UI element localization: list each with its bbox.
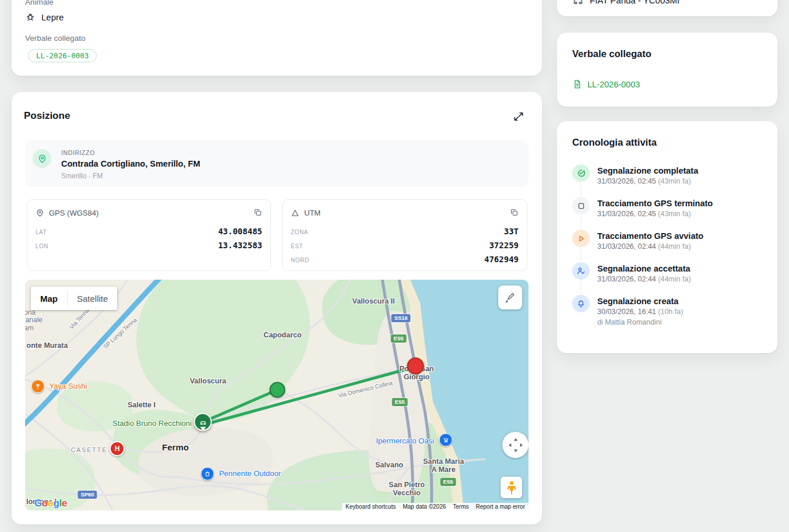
timeline-item: Tracciamento GPS terminato 31/03/2026, 0… xyxy=(572,197,766,219)
animal-icon xyxy=(25,12,36,22)
expand-icon[interactable] xyxy=(513,111,524,122)
pan-control[interactable] xyxy=(502,432,529,458)
timeline-item: Segnalazione creata 30/03/2026, 16:41 (1… xyxy=(572,295,766,327)
gps-lon-value: 13.432583 xyxy=(218,241,262,250)
utm-box: UTM ZONA 33T EST 372259 NORD 4762949 xyxy=(282,199,527,271)
address-box: INDIRIZZO Contrada Cortigliano, Smerillo… xyxy=(25,140,529,187)
copy-icon[interactable] xyxy=(509,207,520,218)
google-logo[interactable]: Google xyxy=(34,498,67,509)
shopping-cart-poi-icon[interactable] xyxy=(439,434,453,447)
timeline-item-author: di Mattia Romandini xyxy=(597,317,683,327)
address-value: Contrada Cortigliano, Smerillo, FM xyxy=(61,159,200,168)
gps-label: GPS (WGS84) xyxy=(49,209,98,217)
verbale-field-label: Verbale collegato xyxy=(25,34,86,43)
timeline-item-time: 31/03/2026, 02:45 xyxy=(597,210,656,218)
timeline-item-ago: (44min fa) xyxy=(658,275,691,283)
copy-icon[interactable] xyxy=(253,207,263,218)
utm-nord-value: 4762949 xyxy=(484,255,519,264)
gps-pin-icon xyxy=(36,209,44,217)
car-icon xyxy=(572,0,584,6)
utm-label: UTM xyxy=(304,209,320,217)
gps-box: GPS (WGS84) LAT 43.008485 LON 13.432583 xyxy=(27,199,271,271)
user-check-icon xyxy=(572,262,590,280)
address-label: INDIRIZZO xyxy=(61,149,95,156)
route-shield-e55: E55 xyxy=(392,398,408,406)
map-type-satellite-button[interactable]: Satellite xyxy=(68,287,117,310)
animal-value-row: Lepre xyxy=(25,12,64,22)
gps-lat-key: LAT xyxy=(36,229,47,235)
check-circle-icon xyxy=(572,164,590,182)
timeline-item-ago: (43min fa) xyxy=(658,210,691,218)
hospital-marker[interactable]: H xyxy=(110,441,125,456)
gps-lon-row: LON 13.432583 xyxy=(36,241,262,250)
gps-route-polyline xyxy=(203,367,414,425)
timeline-item-title: Tracciamento GPS avviato xyxy=(597,231,703,241)
address-pin-icon xyxy=(33,149,51,168)
utm-est-key: EST xyxy=(291,243,303,249)
map-attribution-bar: Keyboard shortcuts Map data ©2026 Terms … xyxy=(342,503,529,510)
report-map-error-link[interactable]: Report a map error xyxy=(473,503,529,510)
timeline-item-time: 31/03/2026, 02:44 xyxy=(597,242,656,251)
utm-triangle-icon xyxy=(291,209,300,217)
gps-lat-row: LAT 43.008485 xyxy=(36,227,262,236)
utm-zona-value: 33T xyxy=(504,227,519,236)
stop-square-icon xyxy=(572,197,590,214)
timeline-item-title: Segnalazione completata xyxy=(597,165,698,176)
document-icon xyxy=(572,79,582,89)
gps-lat-value: 43.008485 xyxy=(218,227,262,236)
vehicle-label: FIAT Panda - YC003MI xyxy=(590,0,679,5)
animal-card: Animale Lepre Verbale collegato LL-2026-… xyxy=(12,0,542,76)
verbale-link-label: LL-2026-0003 xyxy=(587,80,640,89)
timeline-item: Tracciamento GPS avviato 31/03/2026, 02:… xyxy=(572,230,766,252)
posizione-title: Posizione xyxy=(24,110,70,122)
timeline-item-time: 31/03/2026, 02:45 xyxy=(597,177,656,185)
map-type-control: Map Satellite xyxy=(31,287,117,310)
route-shield-sp60: SP60 xyxy=(78,491,97,499)
bell-icon xyxy=(572,295,590,312)
terms-link[interactable]: Terms xyxy=(449,503,472,510)
timeline-item-ago: (43min fa) xyxy=(658,177,691,185)
route-shield-ss16: SS16 xyxy=(391,314,410,322)
timeline-item-time: 31/03/2026, 02:44 xyxy=(597,275,656,283)
destination-marker[interactable] xyxy=(407,358,424,375)
gps-point-marker[interactable] xyxy=(270,382,286,398)
address-sub: Smerillo · FM xyxy=(61,172,103,180)
map-data-text: Map data ©2026 xyxy=(399,503,449,510)
verbale-badge[interactable]: LL-2026-0003 xyxy=(28,49,97,62)
animal-name: Lepre xyxy=(41,12,64,22)
activity-timeline: Segnalazione completata 31/03/2026, 02:4… xyxy=(572,164,766,338)
utm-zona-key: ZONA xyxy=(291,229,308,235)
timeline-item: Segnalazione accettata 31/03/2026, 02:44… xyxy=(572,262,766,284)
timeline-item-title: Segnalazione accettata xyxy=(597,263,691,274)
keyboard-shortcuts-link[interactable]: Keyboard shortcuts xyxy=(342,503,399,510)
utm-est-row: EST 372259 xyxy=(291,241,519,250)
verbale-card: Verbale collegato LL-2026-0003 xyxy=(557,33,777,107)
shopping-bag-poi-icon[interactable] xyxy=(201,467,214,481)
timeline-item-ago: (44min fa) xyxy=(658,242,691,251)
posizione-card: Posizione INDIRIZZO Contrada Cortigliano… xyxy=(12,92,542,524)
utm-nord-row: NORD 4762949 xyxy=(291,255,519,264)
route-shield-e55: E55 xyxy=(441,478,456,486)
timeline-item-time: 30/03/2026, 16:41 xyxy=(597,308,656,316)
verbale-link[interactable]: LL-2026-0003 xyxy=(572,79,640,89)
timeline-item-title: Tracciamento GPS terminato xyxy=(597,198,713,209)
gps-lon-key: LON xyxy=(36,243,48,249)
map-type-map-button[interactable]: Map xyxy=(31,287,67,310)
route-shield-e55: E55 xyxy=(391,334,407,343)
cronologia-card: Cronologia attivita Segnalazione complet… xyxy=(557,121,777,353)
google-map[interactable]: ona ianale am onte Murata Via Tenna SP L… xyxy=(25,280,529,510)
verbale-card-title: Verbale collegato xyxy=(572,48,651,59)
utm-zona-row: ZONA 33T xyxy=(291,227,519,236)
play-icon xyxy=(572,230,590,247)
draw-pen-button[interactable] xyxy=(498,286,522,309)
restaurant-poi-icon[interactable] xyxy=(31,380,45,393)
pegman-streetview-control[interactable] xyxy=(501,477,522,498)
animal-field-label: Animale xyxy=(25,0,54,6)
timeline-item: Segnalazione completata 31/03/2026, 02:4… xyxy=(572,164,766,186)
vehicle-start-marker[interactable] xyxy=(194,413,212,431)
timeline-item-ago: (10h fa) xyxy=(658,308,683,316)
utm-nord-key: NORD xyxy=(291,257,309,263)
timeline-item-title: Segnalazione creata xyxy=(597,296,683,306)
cronologia-title: Cronologia attivita xyxy=(572,137,657,148)
utm-est-value: 372259 xyxy=(489,241,519,250)
